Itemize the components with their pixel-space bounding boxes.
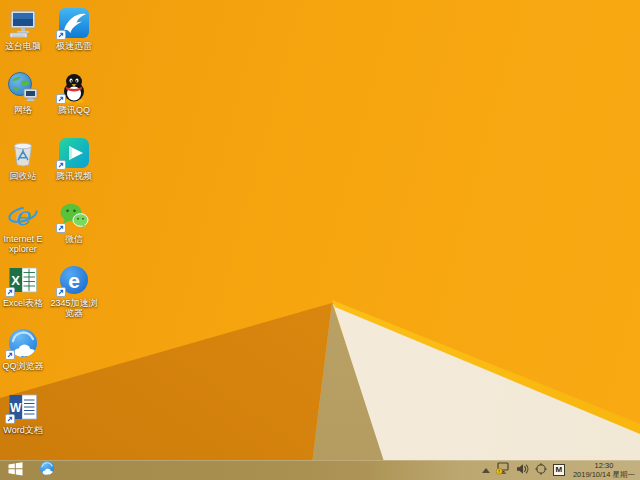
shortcut-arrow-icon bbox=[56, 30, 66, 40]
shortcut-arrow-icon bbox=[5, 287, 15, 297]
desktop-icon-excel[interactable]: X Excel表格 bbox=[2, 264, 44, 308]
taskbar-qq-browser-button[interactable] bbox=[34, 460, 60, 480]
system-tray: M 12:30 2019/10/14 星期一 bbox=[482, 460, 637, 480]
network-icon bbox=[7, 71, 39, 103]
icon-label: 腾讯QQ bbox=[58, 105, 90, 115]
desktop-icon-recycle-bin[interactable]: 回收站 bbox=[2, 137, 44, 181]
desktop-icon-internet-explorer[interactable]: e Internet Explorer bbox=[2, 200, 44, 254]
svg-text:W: W bbox=[10, 401, 22, 415]
taskbar: M 12:30 2019/10/14 星期一 bbox=[0, 460, 640, 480]
taskbar-clock[interactable]: 12:30 2019/10/14 星期一 bbox=[571, 461, 637, 479]
hidden-icons-chevron-icon[interactable] bbox=[482, 468, 490, 473]
ime-indicator[interactable]: M bbox=[553, 464, 565, 476]
desktop-icon-xunlei[interactable]: 极速迅雷 bbox=[46, 7, 102, 51]
crosshair-tray-icon[interactable] bbox=[535, 461, 547, 479]
icon-label: 这台电脑 bbox=[5, 41, 41, 51]
desktop-icon-2345-browser[interactable]: e 2345加速浏览器 bbox=[46, 264, 102, 318]
icon-label: 网络 bbox=[14, 105, 32, 115]
qq-penguin-icon bbox=[58, 71, 90, 103]
excel-icon: X bbox=[7, 264, 39, 296]
wechat-icon bbox=[58, 200, 90, 232]
shortcut-arrow-icon bbox=[56, 94, 66, 104]
desktop-icon-this-pc[interactable]: 这台电脑 bbox=[2, 7, 44, 51]
qq-browser-icon bbox=[7, 327, 39, 359]
recycle-bin-icon bbox=[7, 137, 39, 169]
svg-text:e: e bbox=[68, 269, 80, 292]
svg-text:X: X bbox=[11, 273, 20, 288]
clock-date: 2019/10/14 星期一 bbox=[573, 470, 635, 479]
xunlei-icon bbox=[58, 7, 90, 39]
2345-browser-icon: e bbox=[58, 264, 90, 296]
desktop-icon-tencent-video[interactable]: 腾讯视频 bbox=[46, 137, 102, 181]
icon-label: Excel表格 bbox=[3, 298, 43, 308]
volume-icon[interactable] bbox=[516, 461, 529, 479]
internet-explorer-icon: e bbox=[7, 200, 39, 232]
qq-browser-taskbar-icon bbox=[39, 460, 55, 480]
icon-label: 2345加速浏览器 bbox=[46, 298, 102, 318]
clock-time: 12:30 bbox=[595, 461, 614, 470]
shortcut-arrow-icon bbox=[56, 160, 66, 170]
icon-label: QQ浏览器 bbox=[2, 361, 43, 371]
shortcut-arrow-icon bbox=[5, 414, 15, 424]
icon-label: 腾讯视频 bbox=[56, 171, 92, 181]
icon-label: Internet Explorer bbox=[2, 234, 44, 254]
icon-label: 回收站 bbox=[10, 171, 37, 181]
word-icon: W bbox=[7, 391, 39, 423]
icon-label: 微信 bbox=[65, 234, 83, 244]
desktop-icon-qq-browser[interactable]: QQ浏览器 bbox=[2, 327, 44, 371]
windows-logo-icon bbox=[8, 461, 23, 480]
desktop-icon-word[interactable]: W Word文档 bbox=[2, 391, 44, 435]
network-status-icon[interactable] bbox=[496, 461, 510, 479]
shortcut-arrow-icon bbox=[56, 223, 66, 233]
desktop-icon-network[interactable]: 网络 bbox=[2, 71, 44, 115]
start-button[interactable] bbox=[0, 460, 30, 480]
desktop-icon-wechat[interactable]: 微信 bbox=[46, 200, 102, 244]
this-pc-icon bbox=[7, 7, 39, 39]
shortcut-arrow-icon bbox=[56, 287, 66, 297]
icon-label: Word文档 bbox=[3, 425, 42, 435]
tencent-video-icon bbox=[58, 137, 90, 169]
shortcut-arrow-icon bbox=[5, 350, 15, 360]
icon-label: 极速迅雷 bbox=[56, 41, 92, 51]
desktop-icon-tencent-qq[interactable]: 腾讯QQ bbox=[46, 71, 102, 115]
svg-text:e: e bbox=[14, 201, 31, 231]
